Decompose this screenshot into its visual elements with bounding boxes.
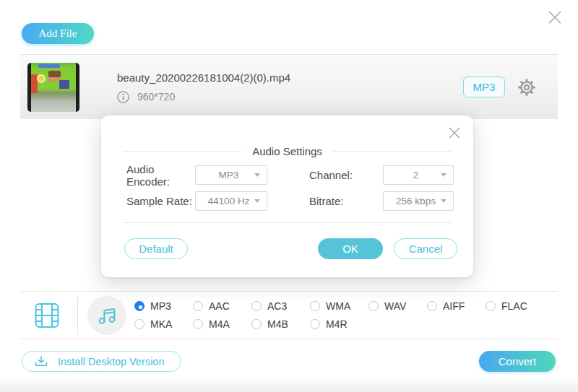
format-option-flac[interactable]: FLAC [486, 300, 544, 312]
radio-icon [251, 319, 262, 329]
window-close-button[interactable] [540, 3, 569, 32]
sample-rate-select[interactable]: 44100 Hz [195, 191, 267, 211]
download-icon [34, 355, 48, 367]
default-button-label: Default [139, 243, 173, 255]
radio-icon [310, 301, 320, 311]
close-icon [447, 125, 462, 141]
info-icon [117, 91, 129, 103]
install-desktop-version-label: Install Desktop Version [58, 356, 165, 367]
vertical-divider [77, 297, 78, 334]
install-desktop-version-button[interactable]: Install Desktop Version [22, 351, 181, 372]
audio-encoder-value: MP3 [196, 170, 254, 180]
radio-icon [193, 319, 203, 329]
radio-icon [310, 319, 320, 329]
audio-settings-dialog: Audio Settings Audio Encoder: MP3 Channe… [101, 116, 473, 277]
video-thumbnail-frame [31, 63, 76, 112]
convert-button-label: Convert [499, 355, 537, 367]
channel-select[interactable]: 2 [383, 165, 454, 185]
format-option-aac[interactable]: AAC [193, 300, 251, 312]
default-button[interactable]: Default [124, 238, 188, 259]
format-option-ac3[interactable]: AC3 [251, 300, 310, 312]
bitrate-value: 256 kbps [384, 196, 441, 206]
audio-encoder-label: Audio Encoder: [126, 163, 195, 188]
audio-formats-tab[interactable] [87, 296, 126, 335]
output-format-chip-label: MP3 [473, 81, 496, 93]
format-option-mp3[interactable]: MP3 [134, 300, 193, 312]
dialog-title: Audio Settings [252, 145, 322, 157]
radio-icon [193, 301, 203, 311]
dialog-divider [123, 222, 452, 223]
output-format-chip[interactable]: MP3 [463, 77, 505, 97]
close-icon [545, 8, 564, 27]
ok-button[interactable]: OK [318, 238, 383, 259]
film-strip-icon [35, 302, 59, 328]
dialog-close-button[interactable] [443, 121, 466, 144]
video-thumbnail [27, 63, 79, 112]
add-file-label: Add File [39, 27, 77, 40]
video-formats-tab[interactable] [35, 302, 59, 328]
file-settings-button[interactable] [517, 78, 536, 97]
sample-rate-value: 44100 Hz [196, 196, 254, 206]
file-name: beauty_20200226181004(2)(0).mp4 [117, 71, 290, 84]
format-selection-section: MP3 AAC AC3 WMA WAV AIFF [20, 291, 558, 339]
file-resolution: 960*720 [137, 91, 175, 103]
audio-encoder-select[interactable]: MP3 [195, 165, 267, 185]
radio-icon [368, 301, 379, 311]
file-row: beauty_20200226181004(2)(0).mp4 960*720 … [20, 54, 558, 119]
sample-rate-label: Sample Rate: [126, 195, 195, 207]
radio-icon [427, 301, 437, 311]
caret-down-icon [254, 199, 260, 203]
ok-button-label: OK [342, 243, 358, 255]
channel-label: Channel: [309, 169, 383, 181]
radio-icon [486, 301, 496, 311]
format-option-mka[interactable]: MKA [134, 318, 193, 330]
format-option-aiff[interactable]: AIFF [427, 300, 486, 312]
caret-down-icon [254, 173, 260, 177]
gear-icon [517, 78, 536, 97]
format-option-m4b[interactable]: M4B [251, 318, 310, 330]
cancel-button-label: Cancel [409, 243, 443, 255]
format-option-wav[interactable]: WAV [368, 300, 427, 312]
bitrate-label: Bitrate: [309, 195, 383, 207]
radio-icon [251, 301, 262, 311]
channel-value: 2 [384, 170, 441, 180]
bitrate-select[interactable]: 256 kbps [383, 191, 454, 211]
music-note-icon [96, 305, 118, 326]
format-option-m4r[interactable]: M4R [310, 318, 368, 330]
caret-down-icon [441, 199, 447, 203]
radio-icon [134, 301, 144, 311]
cancel-button[interactable]: Cancel [394, 238, 457, 259]
add-file-button[interactable]: Add File [22, 23, 94, 44]
convert-button[interactable]: Convert [479, 351, 556, 372]
dialog-title-row: Audio Settings [123, 145, 452, 157]
caret-down-icon [441, 173, 447, 177]
bottom-fade [0, 375, 578, 392]
format-option-wma[interactable]: WMA [310, 300, 368, 312]
format-options: MP3 AAC AC3 WMA WAV AIFF [134, 300, 544, 330]
file-info: beauty_20200226181004(2)(0).mp4 960*720 [117, 71, 290, 103]
format-option-m4a[interactable]: M4A [193, 318, 251, 330]
radio-icon [134, 319, 144, 329]
